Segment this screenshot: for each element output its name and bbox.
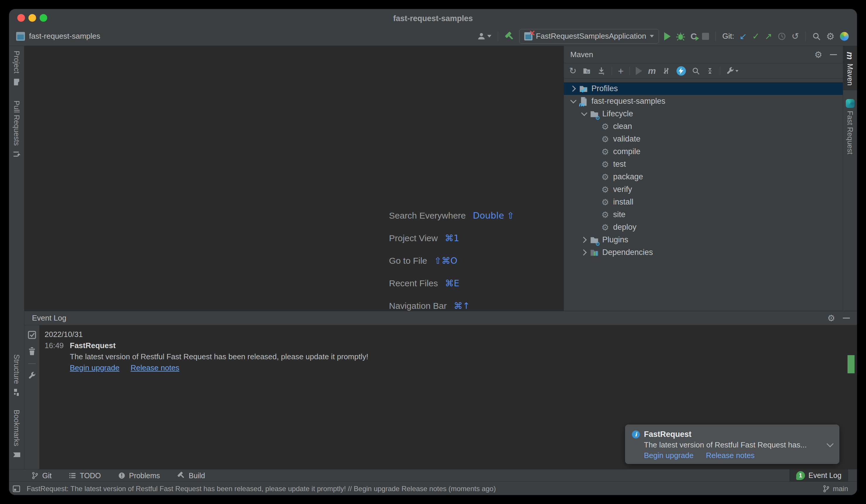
status-bar: FastRequest: The latest version of Restf… — [9, 481, 857, 495]
maven-tree-item-lifecycle[interactable]: ⚙Lifecycle — [564, 107, 843, 120]
event-time: 16:49 — [45, 341, 70, 350]
search-maven-goal-button[interactable] — [692, 67, 700, 75]
code-with-me-button[interactable] — [840, 32, 849, 41]
collapse-all-button[interactable] — [706, 67, 714, 75]
pull-request-icon — [12, 150, 21, 159]
svg-text:↻: ↻ — [586, 69, 589, 74]
maven-tree-item-package[interactable]: ⚙package — [564, 171, 843, 183]
begin-upgrade-link[interactable]: Begin upgrade — [644, 451, 693, 460]
maven-tree-item-verify[interactable]: ⚙verify — [564, 183, 843, 196]
folder-gear-icon: ⚙ — [589, 109, 599, 119]
play-icon — [636, 67, 642, 75]
run-config-icon: ✕ — [524, 32, 532, 41]
maven-tree-item-dependencies[interactable]: Dependencies — [564, 246, 843, 259]
git-branch-widget[interactable]: main — [822, 482, 848, 495]
run-configuration-selector[interactable]: ✕ FastRequestSamplesApplication — [519, 29, 659, 44]
tree-item-label: Lifecycle — [602, 109, 633, 118]
add-maven-project-button[interactable]: + — [618, 65, 624, 77]
chevron-right-icon[interactable] — [568, 83, 578, 94]
search-icon — [812, 32, 821, 41]
shortcut-hint: Search EverywhereDouble ⇧ — [389, 204, 514, 227]
tool-window-tab-maven[interactable]: m Maven — [843, 46, 857, 90]
chevron-down-icon[interactable] — [568, 96, 578, 107]
reimport-maven-button[interactable]: ↻ — [569, 67, 576, 75]
maven-tree-item-fast-request-samples[interactable]: mfast-request-samples — [564, 95, 843, 107]
build-hammer-icon — [177, 471, 185, 480]
shortcut-action: Navigation Bar — [389, 301, 447, 311]
project-widget[interactable]: fast-request-samples — [16, 27, 100, 46]
tab-label: Event Log — [809, 471, 842, 480]
maven-tree-item-install[interactable]: ⚙install — [564, 196, 843, 208]
tool-window-toggle-icon[interactable] — [13, 485, 20, 493]
invalid-config-x-icon: ✕ — [529, 29, 535, 37]
history-button[interactable] — [777, 32, 786, 41]
maven-tree-item-compile[interactable]: ⚙compile — [564, 145, 843, 158]
event-log-gutter — [24, 325, 40, 469]
git-update-button[interactable]: ↙ — [740, 32, 747, 41]
todo-list-icon — [69, 472, 76, 479]
release-notes-link[interactable]: Release notes — [131, 363, 179, 373]
gear-icon[interactable]: ⚙ — [814, 49, 822, 60]
release-notes-link[interactable]: Release notes — [706, 451, 755, 460]
tool-window-tab-build[interactable]: Build — [177, 471, 205, 480]
shortcut-keys: ⇧⌘O — [434, 255, 457, 266]
tree-item-label: test — [613, 160, 626, 169]
run-button[interactable] — [664, 32, 670, 41]
execute-maven-goal-button[interactable]: m — [648, 66, 656, 76]
begin-upgrade-link[interactable]: Begin upgrade — [70, 363, 119, 373]
mark-all-read-button[interactable] — [27, 331, 36, 339]
settings-button[interactable]: ⚙ — [826, 31, 835, 42]
download-sources-button[interactable] — [597, 67, 606, 75]
maven-tree-item-deploy[interactable]: ⚙deploy — [564, 221, 843, 233]
stop-button[interactable] — [702, 33, 709, 40]
hide-panel-button[interactable] — [830, 54, 837, 55]
maven-tree-item-test[interactable]: ⚙test — [564, 158, 843, 171]
goal-gear-icon: ⚙ — [600, 122, 610, 131]
maven-settings-button[interactable] — [726, 67, 739, 75]
maven-tree-item-clean[interactable]: ⚙clean — [564, 120, 843, 133]
tool-window-tab-todo[interactable]: TODO — [69, 471, 101, 480]
chevron-right-icon[interactable] — [579, 235, 589, 245]
git-push-button[interactable]: ↗ — [765, 32, 772, 41]
event-log-title: Event Log — [32, 313, 827, 323]
tool-window-tab-pull-requests[interactable]: Pull Requests — [12, 101, 21, 159]
tool-window-tab-project[interactable]: Project — [12, 51, 21, 87]
clear-all-button[interactable] — [28, 347, 36, 356]
maven-tree-item-site[interactable]: ⚙site — [564, 208, 843, 221]
tool-window-tab-event-log[interactable]: 1 Event Log — [789, 469, 848, 481]
maven-tree-item-plugins[interactable]: ⚙Plugins — [564, 233, 843, 246]
event-date: 2022/10/31 — [45, 330, 83, 339]
event-log-settings-button[interactable] — [28, 371, 36, 380]
tool-window-tab-git[interactable]: Git — [31, 471, 52, 480]
hide-panel-button[interactable] — [843, 318, 850, 319]
tool-window-tab-problems[interactable]: Problems — [118, 471, 160, 480]
tool-window-tab-bookmarks[interactable]: Bookmarks — [12, 410, 21, 459]
toggle-skip-tests-button[interactable] — [662, 67, 670, 75]
tree-item-label: Dependencies — [602, 248, 653, 257]
tool-window-tab-structure[interactable]: Structure — [12, 354, 21, 397]
notification-count-badge: 1 — [796, 471, 805, 480]
toggle-offline-mode-button[interactable] — [677, 66, 686, 76]
build-project-button[interactable] — [504, 32, 514, 41]
goal-gear-icon: ⚙ — [600, 222, 610, 232]
status-message[interactable]: FastRequest: The latest version of Restf… — [27, 485, 496, 493]
debug-button[interactable] — [676, 32, 685, 41]
search-everywhere-button[interactable] — [812, 32, 821, 41]
user-account-button[interactable] — [477, 32, 491, 41]
chevron-down-icon[interactable] — [579, 109, 589, 119]
git-commit-button[interactable]: ✓ — [752, 32, 759, 41]
fast-request-icon — [846, 99, 855, 108]
run-with-coverage-button[interactable]: C — [691, 31, 697, 41]
expand-chevron-icon[interactable] — [826, 440, 833, 447]
chevron-right-icon[interactable] — [579, 247, 589, 258]
tool-window-tab-fast-request[interactable]: Fast Request — [843, 94, 857, 159]
maven-tree-item-validate[interactable]: ⚙validate — [564, 133, 843, 145]
gear-icon[interactable]: ⚙ — [827, 313, 835, 323]
rollback-button[interactable]: ↺ — [791, 32, 799, 41]
run-maven-goal-button[interactable] — [636, 67, 642, 75]
generate-sources-button[interactable]: ↻ — [582, 67, 591, 75]
tab-label: TODO — [80, 471, 101, 480]
notification-balloon[interactable]: i FastRequest The latest version of Rest… — [625, 425, 839, 464]
maven-tree-item-profiles[interactable]: Profiles — [564, 82, 843, 95]
goal-gear-icon: ⚙ — [600, 210, 610, 220]
